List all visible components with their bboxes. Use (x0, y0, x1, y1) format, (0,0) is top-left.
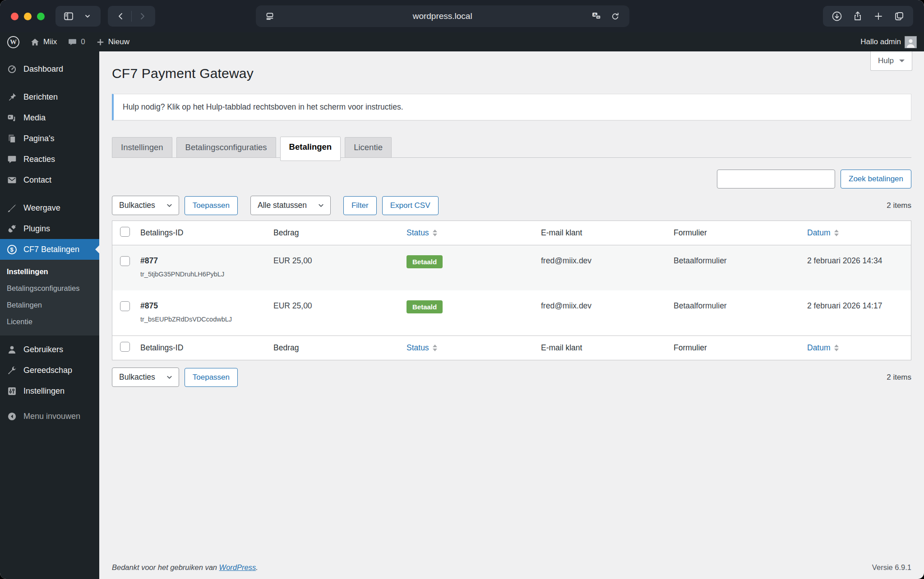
sidebar-item-contact[interactable]: Contact (0, 170, 99, 190)
status-filter-select[interactable]: Alle statussen (250, 196, 331, 215)
downloads-icon[interactable] (827, 8, 846, 25)
tab-instellingen[interactable]: Instellingen (112, 137, 172, 157)
form-name: Betaalformulier (674, 290, 807, 336)
brush-icon (6, 202, 17, 213)
sidebar-item-label: Contact (23, 175, 51, 185)
form-name: Betaalformulier (674, 245, 807, 291)
row-checkbox[interactable] (120, 301, 130, 311)
nav-divider (131, 11, 132, 22)
pushpin-icon (6, 92, 17, 102)
column-header-form: Formulier (674, 336, 807, 360)
tab-betalingen[interactable]: Betalingen (280, 137, 341, 161)
wp-logo-icon[interactable]: W (7, 36, 19, 48)
column-header-status-sort[interactable]: Status (407, 343, 437, 353)
payment-amount: EUR 25,00 (273, 245, 407, 291)
select-all-checkbox[interactable] (120, 227, 130, 237)
bulk-actions-select[interactable]: Bulkacties (112, 196, 179, 215)
admin-sidebar: Dashboard Berichten Media Pagina's (0, 51, 99, 579)
sidebar-item-plugins[interactable]: Plugins (0, 218, 99, 239)
sidebar-item-gebruikers[interactable]: Gebruikers (0, 339, 99, 360)
sidebar-item-label: Dashboard (23, 64, 63, 74)
admin-footer: Bedankt voor het gebruiken van WordPress… (112, 554, 911, 579)
sidebar-item-gereedschap[interactable]: Gereedschap (0, 360, 99, 381)
payment-amount: EUR 25,00 (273, 290, 407, 336)
traffic-lights (11, 13, 45, 20)
site-menu[interactable]: Miix (30, 37, 57, 47)
wp-admin-bar: W Miix 0 Nieuw Hallo admin (0, 32, 924, 51)
transaction-id: tr_bsEUPbZRdDsVDCcodwbLJ (140, 316, 268, 323)
tab-betalingsconfiguraties[interactable]: Betalingsconfiguraties (176, 137, 276, 157)
payment-date: 2 februari 2026 14:34 (807, 245, 911, 291)
chevron-down-icon (318, 202, 324, 209)
sidebar-item-weergave[interactable]: Weergave (0, 198, 99, 218)
sidebar-item-dashboard[interactable]: Dashboard (0, 59, 99, 79)
submenu-item-betalingen[interactable]: Betalingen (0, 297, 99, 313)
filter-button[interactable]: Filter (343, 196, 377, 215)
translate-icon[interactable]: A (588, 8, 605, 25)
sidebar-item-media[interactable]: Media (0, 107, 99, 128)
payments-table: Betalings-ID Bedrag Status E-mail klant … (112, 221, 911, 360)
plus-icon (96, 38, 105, 46)
sidebar-item-reacties[interactable]: Reacties (0, 149, 99, 170)
submenu-item-licentie[interactable]: Licentie (0, 313, 99, 330)
submenu-item-betalingsconfiguraties[interactable]: Betalingsconfiguraties (0, 280, 99, 297)
browser-window: wordpress.local A (0, 0, 924, 579)
plug-icon (6, 223, 17, 234)
sidebar-item-cf7-betalingen[interactable]: $ CF7 Betalingen (0, 239, 99, 260)
new-tab-icon[interactable] (869, 8, 888, 25)
wordpress-link[interactable]: WordPress (219, 563, 256, 571)
envelope-icon (6, 175, 17, 185)
sidebar-item-label: Weergave (23, 203, 60, 213)
sort-arrows-icon (433, 345, 437, 351)
status-badge: Betaald (407, 300, 443, 313)
search-input[interactable] (717, 170, 835, 188)
table-row: #875tr_bsEUPbZRdDsVDCcodwbLJ EUR 25,00 B… (112, 290, 911, 336)
address-bar[interactable]: wordpress.local A (256, 5, 629, 27)
back-button[interactable] (112, 8, 129, 25)
sort-arrows-icon (433, 230, 437, 236)
column-header-id: Betalings-ID (140, 221, 273, 245)
payment-id: #875 (140, 301, 158, 310)
account-menu[interactable]: Hallo admin (860, 36, 917, 48)
list-toolbar-bottom: Bulkacties Toepassen 2 items (112, 368, 911, 387)
sidebar-item-instellingen[interactable]: Instellingen (0, 381, 99, 401)
help-tab-button[interactable]: Hulp (870, 51, 912, 71)
column-header-date-sort[interactable]: Datum (807, 228, 839, 238)
items-count: 2 items (887, 201, 911, 210)
apply-button[interactable]: Toepassen (185, 196, 238, 215)
column-header-date-sort[interactable]: Datum (807, 343, 839, 353)
column-header-email: E-mail klant (541, 221, 674, 245)
search-payments-button[interactable]: Zoek betalingen (841, 170, 911, 188)
sidebar-item-label: Gebruikers (23, 345, 63, 354)
row-checkbox[interactable] (120, 256, 130, 266)
comments-menu[interactable]: 0 (68, 37, 85, 47)
comments-icon (68, 37, 77, 47)
submenu-item-instellingen[interactable]: Instellingen (0, 263, 99, 280)
sidebar-item-label: Media (23, 113, 46, 123)
sort-arrows-icon (834, 230, 839, 236)
select-all-checkbox[interactable] (120, 342, 130, 352)
forward-button[interactable] (134, 8, 151, 25)
column-header-form: Formulier (674, 221, 807, 245)
browser-sidebar-icon[interactable] (60, 8, 77, 25)
settings-sliders-icon (6, 386, 17, 396)
apply-button-bottom[interactable]: Toepassen (185, 368, 238, 387)
sidebar-item-paginas[interactable]: Pagina's (0, 128, 99, 149)
sort-arrows-icon (834, 345, 839, 351)
collapse-menu-button[interactable]: Menu invouwen (0, 406, 99, 427)
minimize-window-button[interactable] (24, 13, 32, 20)
tab-licentie[interactable]: Licentie (345, 137, 392, 157)
pages-icon (6, 133, 17, 144)
share-icon[interactable] (848, 8, 867, 25)
column-header-status-sort[interactable]: Status (407, 228, 437, 238)
sidebar-item-berichten[interactable]: Berichten (0, 87, 99, 107)
new-content-menu[interactable]: Nieuw (96, 37, 129, 46)
list-toolbar-top: Bulkacties Toepassen Alle statussen Filt… (112, 196, 911, 215)
export-csv-button[interactable]: Export CSV (382, 196, 439, 215)
zoom-window-button[interactable] (37, 13, 45, 20)
close-window-button[interactable] (11, 13, 18, 20)
tab-overview-icon[interactable] (890, 8, 909, 25)
bulk-actions-select-bottom[interactable]: Bulkacties (112, 368, 179, 387)
sidebar-chevron-down-icon[interactable] (79, 8, 96, 25)
reload-icon[interactable] (607, 8, 624, 25)
